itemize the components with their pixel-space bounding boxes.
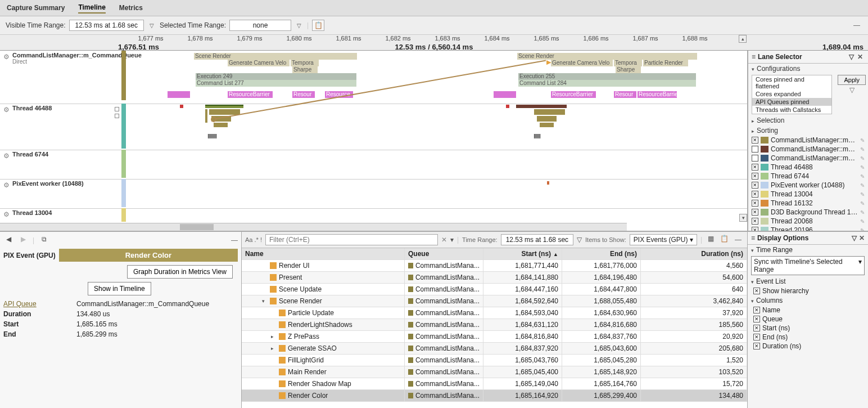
selected-range-value[interactable]: none [229,20,291,31]
tl-block-sharpe2[interactable]: Sharpe [616,66,641,73]
tl-block-cpu[interactable] [516,105,567,108]
config-item[interactable]: API Queues pinned [752,98,831,106]
lane-checkbox[interactable] [752,155,758,162]
tl-block-cmdlist2[interactable]: Command List 284 [518,80,696,87]
back-icon[interactable]: ◀ [3,235,13,245]
show-hierarchy-checkbox[interactable]: ✕ [753,288,760,294]
pin-icon[interactable]: ✎ [860,227,865,231]
gear-icon[interactable]: ⚙ [3,152,10,159]
tl-marker[interactable] [180,105,183,108]
tl-block-gen-camera2[interactable]: Generate Camera Velo [551,60,613,66]
gear-icon[interactable]: ⚙ [3,181,10,188]
filter-input[interactable] [265,234,438,245]
lane-checkbox[interactable] [752,146,758,153]
lane-checkbox[interactable] [115,114,119,118]
tl-block-barrier5[interactable]: Resour [614,91,636,98]
gear-icon[interactable]: ⚙ [3,210,10,217]
hamburger-icon[interactable]: ≡ [752,53,756,61]
apply-button[interactable]: Apply [838,75,866,85]
column-checkbox[interactable]: ✕ [753,325,760,331]
minimize-icon[interactable]: — [733,236,744,244]
minimize-icon[interactable]: — [231,236,238,244]
time-range-dropdown-icon[interactable]: ▽ [577,236,582,244]
expander-icon[interactable]: ▾ [262,298,268,304]
col-end[interactable]: End (ns) [562,248,641,259]
lane-checkbox[interactable]: ✕ [752,164,758,171]
tl-block-barrier2[interactable]: Resour [292,91,315,98]
time-ruler[interactable]: 1,677 ms 1,678 ms 1,679 ms 1,680 ms 1,68… [0,35,868,51]
pin-icon[interactable]: ✎ [860,146,865,153]
visible-range-value[interactable]: 12.53 ms at 1.68 sec [69,20,144,31]
lane-row[interactable]: ✕Thread 16132✎ [748,199,868,208]
selected-range-dropdown-icon[interactable]: ▽ [295,23,304,29]
column-checkbox[interactable]: ✕ [753,307,760,313]
tl-block-gpu[interactable] [214,123,228,127]
tl-block-barrier-pre2[interactable] [494,91,516,98]
show-in-timeline-button[interactable]: Show in Timeline [88,282,151,295]
forward-icon[interactable]: ▶ [18,235,28,245]
tl-block-scene-render2[interactable]: Scene Render [517,53,697,60]
pin-icon[interactable]: ✎ [860,173,865,180]
col-dur[interactable]: Duration (ns) [641,248,747,259]
horizontal-scrollbar[interactable] [0,223,627,231]
filter-dropdown-icon[interactable]: ▽ [847,53,856,61]
lane-row[interactable]: ✕Thread 20196✎ [748,226,868,231]
tab-metrics[interactable]: Metrics [119,3,143,13]
tab-timeline[interactable]: Timeline [78,2,105,14]
gear-icon[interactable]: ⚙ [3,106,10,113]
close-icon[interactable]: ✕ [859,234,865,242]
col-name[interactable]: Name [242,248,405,259]
expander-icon[interactable]: ▸ [271,334,277,339]
lane-checkbox[interactable]: ✕ [752,191,758,198]
pin-icon[interactable]: ✎ [860,182,865,189]
column-checkbox[interactable]: ✕ [753,334,760,340]
scroll-down-icon[interactable]: ▾ [739,214,747,222]
items-to-show-dropdown[interactable]: PIX Events (GPU) ▾ [630,234,697,245]
scroll-up-icon[interactable]: ▴ [739,35,747,43]
lane-checkbox[interactable]: ✕ [752,182,758,189]
tl-block-sharpe[interactable]: Sharpe [292,66,318,73]
lane-checkbox[interactable]: ✕ [752,137,758,144]
config-item[interactable]: Threads with Callstacks [752,106,831,114]
api-queue-key[interactable]: API Queue [3,300,76,308]
pin-icon[interactable]: ✎ [860,155,865,162]
column-checkbox[interactable]: ✕ [753,343,760,349]
lane-row[interactable]: ✕PixEvent worker (10488)✎ [748,181,868,190]
lane-row[interactable]: CommandListManager::m_Cor✎ [748,154,868,163]
lane-row[interactable]: CommandListManager::m_Cor✎ [748,145,868,154]
timeline-canvas[interactable]: ⚙ CommandListManager::m_CommandQueue Dir… [0,51,748,231]
table-row[interactable]: Particle UpdateCommandListMana...1,684,5… [242,307,747,319]
tl-block-execution2[interactable]: Execution 255 [518,73,696,80]
gear-icon[interactable]: ⚙ [3,53,10,60]
lane-row[interactable]: ✕CommandListManager::m_Cor✎ [748,136,868,145]
tl-block-gpu[interactable] [537,116,557,122]
table-row[interactable]: Render UICommandListMana...1,681,771,440… [242,260,747,272]
table-row[interactable]: PresentCommandListMana...1,684,141,8801,… [242,272,747,284]
tl-block-barrier-pre[interactable] [168,91,190,98]
clear-filter-icon[interactable]: ✕ [441,236,447,244]
pin-icon[interactable]: ✎ [860,200,865,207]
pin-icon[interactable]: ✎ [860,218,865,225]
tl-block-tempora[interactable]: Tempora [291,60,319,66]
tab-capture-summary[interactable]: Capture Summary [7,3,65,13]
table-row[interactable]: Scene UpdateCommandListMana...1,684,447,… [242,284,747,295]
pin-icon[interactable]: ✎ [860,137,865,144]
lane-checkbox[interactable]: ✕ [752,218,758,225]
lane-row[interactable]: ✕D3D Background Thread 1 (17✎ [748,208,868,217]
tl-block-cmdlist[interactable]: Command List 277 [196,80,356,87]
tl-block-particle[interactable]: Particle Render [643,60,688,66]
tl-block-gpu[interactable] [540,123,554,127]
close-icon[interactable]: ✕ [856,53,865,61]
expander-icon[interactable]: ▸ [271,346,277,351]
breadcrumb-icon[interactable]: ⧉ [39,235,49,245]
tl-block-barrier6[interactable]: ResourceBarrier [638,91,677,98]
clipboard-button[interactable]: 📋 [312,20,324,31]
table-row[interactable]: ▸Z PrePassCommandListMana...1,684,816,84… [242,331,747,343]
filter-dropdown-icon[interactable]: ▽ [849,234,859,242]
lane-row[interactable]: ✕Thread 6744✎ [748,172,868,181]
lane-row[interactable]: ✕Thread 46488✎ [748,163,868,172]
lane-checkbox[interactable]: ✕ [752,227,758,231]
visible-range-dropdown-icon[interactable]: ▽ [147,23,156,29]
tl-marker[interactable] [547,181,549,185]
lane-checkbox[interactable]: ✕ [752,209,758,216]
